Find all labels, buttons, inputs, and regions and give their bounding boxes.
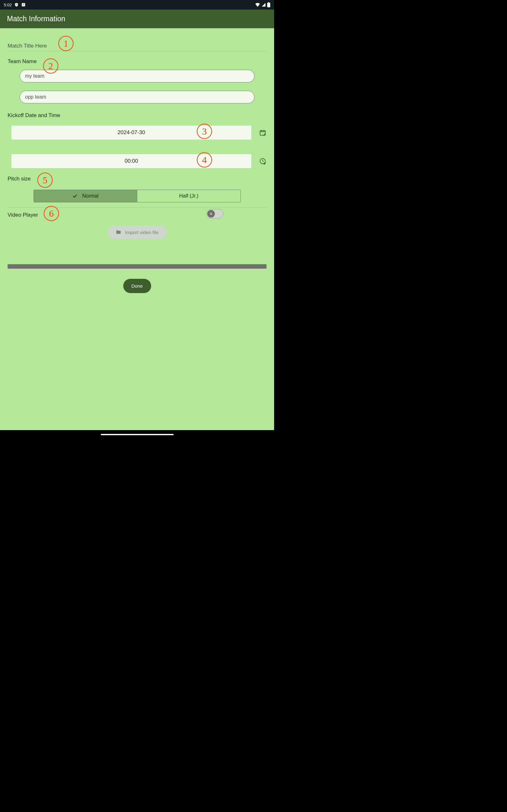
done-label: Done: [131, 283, 143, 289]
video-player-section: Video Player 6: [8, 209, 267, 218]
video-player-toggle[interactable]: [206, 209, 223, 218]
clock-edit-icon: [259, 158, 266, 165]
calendar-edit-icon: [259, 129, 266, 136]
pitch-size-section: Pitch size 5 Normal Half (Jr.): [8, 176, 267, 202]
divider: [8, 207, 267, 208]
status-bar: 5:02 A !: [0, 0, 274, 9]
svg-point-0: [16, 5, 17, 6]
close-icon: [209, 212, 213, 216]
done-button[interactable]: Done: [123, 279, 151, 293]
opp-team-input[interactable]: [20, 91, 255, 103]
team-name-label: Team Name: [8, 58, 267, 65]
time-row: 00:00 4: [8, 154, 267, 168]
check-icon: [72, 193, 78, 199]
status-right: !: [255, 2, 270, 7]
gesture-bar: [0, 430, 274, 439]
clock-edit-icon-button[interactable]: [259, 158, 267, 165]
video-player-label: Video Player: [8, 212, 38, 218]
page-title: Match Information: [7, 14, 65, 23]
pitch-half-option[interactable]: Half (Jr.): [137, 190, 240, 202]
clock: 5:02: [4, 3, 12, 7]
import-video-button[interactable]: Import video file: [107, 225, 167, 239]
calendar-edit-icon-button[interactable]: [259, 129, 267, 136]
match-title-field[interactable]: Match Title Here 1: [8, 28, 267, 51]
toggle-thumb: [207, 210, 215, 217]
svg-text:A: A: [23, 3, 25, 6]
home-indicator[interactable]: [101, 434, 174, 435]
folder-icon: [116, 229, 121, 235]
svg-rect-4: [267, 3, 270, 7]
app-icon: A: [21, 3, 26, 7]
match-title-placeholder: Match Title Here: [8, 43, 47, 49]
pitch-size-label: Pitch size: [8, 176, 267, 182]
signal-icon: [262, 3, 266, 7]
battery-icon: [267, 2, 270, 7]
svg-rect-5: [268, 2, 269, 3]
status-left: 5:02 A: [4, 3, 26, 7]
app-header: Match Information: [0, 9, 274, 28]
date-field[interactable]: 2024-07-30: [11, 125, 251, 140]
pitch-normal-label: Normal: [82, 193, 99, 199]
annotation-6: 6: [44, 206, 59, 221]
pitch-half-label: Half (Jr.): [179, 193, 199, 199]
my-team-input[interactable]: [20, 70, 255, 83]
time-field[interactable]: 00:00: [11, 154, 251, 168]
date-row: 2024-07-30 3: [8, 125, 267, 140]
shield-icon: [14, 3, 19, 7]
content-area: Match Title Here 1 Team Name 2 Kickoff D…: [0, 28, 274, 430]
annotation-1: 1: [58, 36, 73, 51]
team-name-section: Team Name 2: [8, 58, 267, 112]
progress-bar: [8, 264, 267, 269]
import-video-label: Import video file: [125, 230, 159, 235]
pitch-size-segmented: Normal Half (Jr.): [34, 190, 241, 202]
svg-text:!: !: [259, 3, 259, 6]
kickoff-label: Kickoff Date and Time: [8, 112, 267, 119]
pitch-normal-option[interactable]: Normal: [34, 190, 137, 202]
wifi-icon: !: [255, 3, 260, 7]
